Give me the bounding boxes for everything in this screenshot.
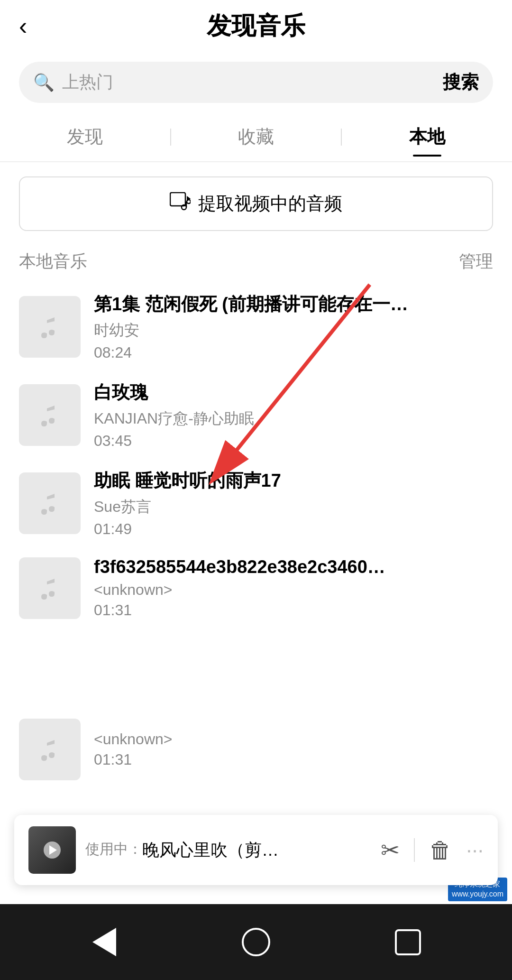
now-playing-title: 晚风心里吹（剪… (142, 839, 279, 862)
action-divider (414, 838, 415, 862)
list-item[interactable]: 白玫瑰 KANJIAN疗愈-静心助眠 03:45 (0, 371, 512, 459)
music-thumbnail (19, 296, 81, 358)
music-info: f3f632585544e3b822e38e2c3460… <unknown> … (94, 557, 493, 619)
page-title: 发现音乐 (207, 9, 305, 43)
search-bar[interactable]: 🔍 上热门 搜索 (19, 62, 493, 103)
search-left: 🔍 上热门 (33, 71, 113, 94)
music-thumbnail (19, 557, 81, 619)
music-artist: KANJIAN疗愈-静心助眠 (94, 408, 493, 429)
search-placeholder: 上热门 (62, 71, 113, 94)
music-artist: Sue苏言 (94, 497, 493, 518)
section-header: 本地音乐 管理 (0, 245, 512, 283)
music-artist: <unknown> (94, 730, 493, 748)
play-icon (44, 841, 61, 859)
music-duration: 01:49 (94, 520, 493, 538)
more-icon[interactable]: ··· (466, 838, 484, 862)
delete-icon[interactable]: 🗑 (429, 837, 452, 863)
music-artist: 时幼安 (94, 320, 493, 341)
list-item[interactable]: 第1集 范闲假死 (前期播讲可能存在一… 时幼安 08:24 (0, 283, 512, 371)
now-playing-bar[interactable]: 使用中： 晚风心里吹（剪… ✂ 🗑 ··· (14, 815, 498, 885)
list-item[interactable]: 助眠 睡觉时听的雨声17 Sue苏言 01:49 (0, 459, 512, 547)
music-info: 第1集 范闲假死 (前期播讲可能存在一… 时幼安 08:24 (94, 292, 493, 361)
list-item[interactable]: <unknown> 01:31 (0, 709, 512, 790)
extract-label: 提取视频中的音频 (198, 192, 342, 216)
tab-favorites[interactable]: 收藏 (171, 117, 341, 157)
music-thumbnail (19, 384, 81, 446)
tab-local[interactable]: 本地 (342, 117, 512, 157)
search-icon: 🔍 (33, 73, 55, 92)
now-playing-thumbnail (28, 826, 76, 874)
scissors-icon[interactable]: ✂ (381, 837, 400, 863)
music-title: 白玫瑰 (94, 380, 493, 405)
now-playing-info: 使用中： 晚风心里吹（剪… (85, 839, 371, 862)
tabs-container: 发现 收藏 本地 (0, 112, 512, 162)
svg-rect-0 (170, 193, 185, 206)
nav-back-button[interactable] (85, 923, 123, 961)
music-title: f3f632585544e3b822e38e2c3460… (94, 557, 493, 577)
nav-back-icon (92, 928, 116, 956)
music-info: 白玫瑰 KANJIAN疗愈-静心助眠 03:45 (94, 380, 493, 450)
music-duration: 03:45 (94, 432, 493, 450)
music-title: 助眠 睡觉时听的雨声17 (94, 469, 493, 493)
music-thumbnail (19, 719, 81, 780)
nav-home-icon (242, 928, 270, 956)
nav-home-button[interactable] (237, 923, 275, 961)
music-list: 第1集 范闲假死 (前期播讲可能存在一… 时幼安 08:24 白玫瑰 KANJI… (0, 283, 512, 629)
tab-discover[interactable]: 发现 (0, 117, 170, 157)
music-title: 第1集 范闲假死 (前期播讲可能存在一… (94, 292, 493, 316)
back-button[interactable]: ‹ (19, 14, 27, 38)
list-item[interactable]: f3f632585544e3b822e38e2c3460… <unknown> … (0, 547, 512, 629)
list-item-partial-area: <unknown> 01:31 (0, 709, 512, 790)
music-duration: 08:24 (94, 344, 493, 361)
bottom-navigation (0, 904, 512, 980)
video-music-icon (170, 192, 191, 215)
nav-recent-icon (395, 929, 421, 955)
music-duration: 01:31 (94, 601, 493, 619)
nav-recent-button[interactable] (389, 923, 427, 961)
music-info: <unknown> 01:31 (94, 730, 493, 768)
section-title: 本地音乐 (19, 250, 87, 273)
search-button[interactable]: 搜索 (443, 70, 479, 94)
manage-button[interactable]: 管理 (459, 250, 493, 273)
now-playing-actions: ✂ 🗑 ··· (381, 837, 484, 863)
search-container: 🔍 上热门 搜索 (0, 52, 512, 112)
svg-point-4 (187, 200, 191, 203)
music-info: 助眠 睡觉时听的雨声17 Sue苏言 01:49 (94, 469, 493, 538)
header: ‹ 发现音乐 (0, 0, 512, 52)
now-playing-label: 使用中： (85, 840, 142, 859)
music-duration: 01:31 (94, 751, 493, 768)
music-artist: <unknown> (94, 581, 493, 599)
music-thumbnail (19, 472, 81, 534)
extract-audio-button[interactable]: 提取视频中的音频 (19, 176, 493, 231)
